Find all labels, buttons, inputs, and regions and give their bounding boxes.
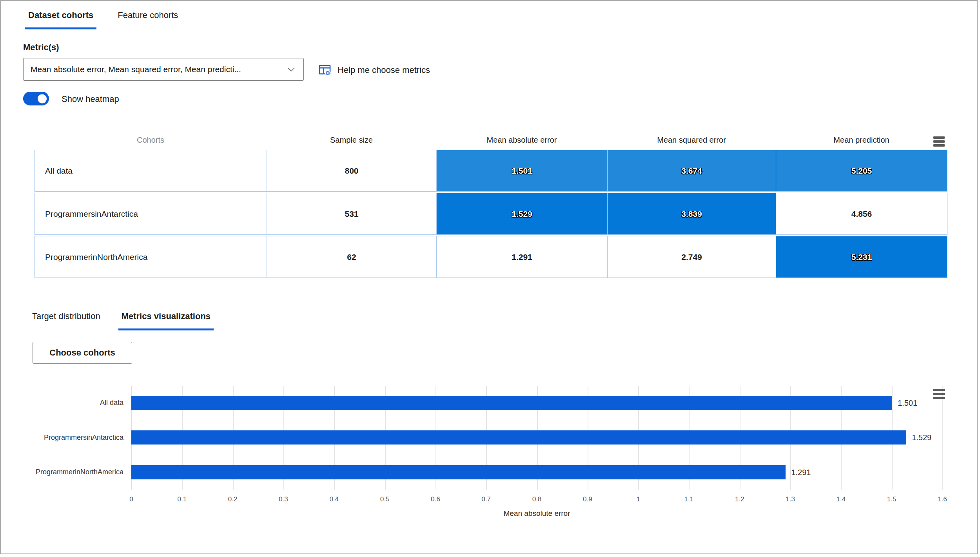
- dashboard-panel: Dataset cohorts Feature cohorts Metric(s…: [0, 0, 978, 554]
- x-tick-label: 0.6: [418, 495, 453, 503]
- choose-cohorts-button[interactable]: Choose cohorts: [33, 342, 132, 364]
- column-header-mean-absolute-error: Mean absolute error: [436, 136, 607, 145]
- show-heatmap-label: Show heatmap: [62, 93, 119, 106]
- metrics-dropdown-value: Mean absolute error, Mean squared error,…: [31, 65, 286, 74]
- mae-cell: 1.529: [436, 193, 608, 235]
- bar-value-label: 1.501: [898, 396, 917, 410]
- x-tick-label: 0.7: [468, 495, 504, 503]
- mse-cell: 3.839: [607, 193, 776, 235]
- column-header-cohorts: Cohorts: [34, 136, 267, 145]
- tab-dataset-cohorts[interactable]: Dataset cohorts: [25, 9, 96, 29]
- table-row: All data 800 1.501 3.674 5.205: [34, 150, 947, 192]
- x-tick-label: 0.4: [316, 495, 352, 503]
- bar-value-label: 1.529: [912, 430, 931, 445]
- column-header-mean-prediction: Mean prediction: [776, 136, 947, 145]
- show-heatmap-toggle[interactable]: [23, 92, 49, 105]
- mean-absolute-error-chart: 1.5011.5291.291: [131, 386, 942, 490]
- bar[interactable]: [131, 396, 892, 410]
- table-header-row: Cohorts Sample size Mean absolute error …: [34, 130, 947, 150]
- tab-metrics-visualizations[interactable]: Metrics visualizations: [118, 310, 214, 330]
- mae-cell: 1.501: [436, 150, 608, 192]
- tab-target-distribution[interactable]: Target distribution: [29, 310, 103, 330]
- mse-cell: 3.674: [607, 150, 776, 192]
- toggle-knob-icon: [38, 94, 47, 103]
- table-settings-icon: [318, 63, 332, 77]
- y-axis-label: All data: [100, 399, 123, 407]
- chart-category-labels: All dataProgrammersinAntarcticaProgramme…: [16, 386, 127, 490]
- cohort-metrics-table: Cohorts Sample size Mean absolute error …: [34, 130, 947, 279]
- bar-row: 1.501: [131, 386, 942, 420]
- mean-prediction-cell: 5.205: [776, 150, 947, 192]
- sample-size-cell: 531: [267, 193, 437, 235]
- x-tick-label: 0.2: [215, 495, 250, 503]
- tab-feature-cohorts[interactable]: Feature cohorts: [114, 9, 181, 29]
- x-tick-label: 0.5: [367, 495, 403, 503]
- help-me-choose-metrics[interactable]: Help me choose metrics: [318, 63, 430, 77]
- x-tick-label: 1.6: [925, 495, 960, 503]
- chevron-down-icon: [286, 64, 296, 74]
- bar[interactable]: [131, 465, 786, 479]
- mean-prediction-cell: 5.231: [776, 236, 947, 278]
- visualization-tabs: Target distribution Metrics visualizatio…: [29, 310, 214, 330]
- table-menu-icon[interactable]: [933, 136, 945, 148]
- sample-size-cell: 62: [267, 236, 437, 278]
- table-row: ProgrammerinNorthAmerica 62 1.291 2.749 …: [34, 236, 947, 278]
- bar-value-label: 1.291: [791, 465, 811, 479]
- x-tick-label: 0.3: [266, 495, 301, 503]
- x-tick-label: 1.3: [773, 495, 808, 503]
- x-tick-label: 1.1: [671, 495, 706, 503]
- x-tick-label: 1: [621, 495, 656, 503]
- x-tick-label: 0: [114, 495, 149, 503]
- cohort-name-cell: All data: [34, 150, 267, 192]
- column-header-sample-size: Sample size: [267, 136, 436, 145]
- y-axis-label: ProgrammerinNorthAmerica: [36, 468, 123, 476]
- x-tick-label: 0.8: [519, 495, 555, 503]
- x-tick-label: 0.1: [164, 495, 200, 503]
- y-axis-label: ProgrammersinAntarctica: [44, 434, 123, 442]
- metrics-label: Metric(s): [23, 42, 59, 53]
- sample-size-cell: 800: [267, 150, 437, 192]
- cohort-name-cell: ProgrammersinAntarctica: [34, 193, 267, 235]
- x-tick-label: 0.9: [570, 495, 605, 503]
- table-row: ProgrammersinAntarctica 531 1.529 3.839 …: [34, 193, 947, 235]
- chart-menu-icon[interactable]: [933, 389, 945, 401]
- column-header-mean-squared-error: Mean squared error: [607, 136, 776, 145]
- x-tick-label: 1.4: [823, 495, 858, 503]
- bar[interactable]: [131, 430, 906, 445]
- mean-prediction-cell: 4.856: [776, 193, 947, 235]
- cohort-name-cell: ProgrammerinNorthAmerica: [34, 236, 267, 278]
- mse-cell: 2.749: [607, 236, 776, 278]
- x-tick-label: 1.2: [722, 495, 757, 503]
- cohort-type-tabs: Dataset cohorts Feature cohorts: [25, 9, 181, 29]
- metrics-dropdown[interactable]: Mean absolute error, Mean squared error,…: [23, 58, 304, 81]
- x-tick-label: 1.5: [874, 495, 909, 503]
- chart-x-axis-title: Mean absolute error: [131, 509, 942, 518]
- gridline: [942, 386, 943, 490]
- bar-row: 1.291: [131, 455, 942, 490]
- chart-x-ticks: 00.10.20.30.40.50.60.70.80.911.11.21.31.…: [131, 495, 942, 506]
- mae-cell: 1.291: [436, 236, 608, 278]
- bar-row: 1.529: [131, 420, 942, 455]
- help-me-choose-metrics-label: Help me choose metrics: [338, 65, 430, 75]
